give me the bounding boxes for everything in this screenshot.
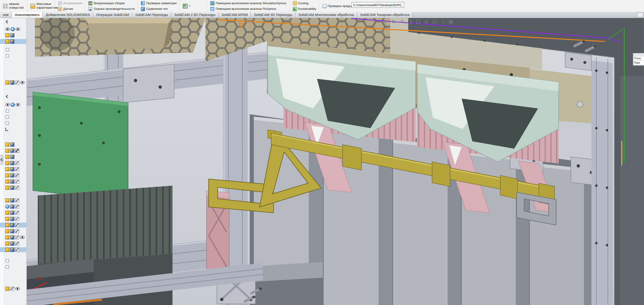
tab-solidcam-transitions[interactable]: SolidCAM Переходы: [132, 12, 171, 18]
tree-row[interactable]: [0, 108, 26, 113]
tab-partial[interactable]: ние: [0, 12, 12, 18]
eye-icon: [6, 103, 10, 106]
ribbon-group: ▾: [180, 0, 208, 12]
tree-row[interactable]: [0, 286, 26, 291]
tree-gap: [0, 254, 26, 258]
tree-row[interactable]: [0, 148, 26, 153]
edit-appearance-icon[interactable]: ◑: [440, 19, 446, 24]
tree-row[interactable]: [0, 80, 26, 85]
performance-evaluation-icon: [88, 7, 93, 11]
feature-tree-panel[interactable]: [0, 18, 27, 305]
previous-view-icon[interactable]: ↺: [399, 19, 405, 24]
pencil-icon: [15, 217, 20, 221]
tree-row[interactable]: [0, 167, 26, 172]
part-icon: [6, 40, 10, 44]
corner-bracket-left[interactable]: [123, 64, 174, 103]
tree-gap: [0, 100, 26, 102]
measure-panel-header: [633, 54, 644, 56]
tree-row[interactable]: [0, 264, 26, 269]
tree-row[interactable]: [0, 185, 26, 190]
tab-solidcam-operation[interactable]: Операция SolidCAM: [93, 12, 132, 18]
costing-button[interactable]: Costing: [292, 1, 316, 6]
tree-row[interactable]: [0, 114, 26, 120]
tree-row[interactable]: [0, 27, 26, 32]
tree-row[interactable]: [0, 33, 26, 38]
tree-row[interactable]: [0, 229, 26, 234]
tree-row[interactable]: [0, 241, 26, 246]
tree-row[interactable]: [0, 142, 26, 147]
tree-row[interactable]: [0, 198, 26, 203]
tab-solidcam-multiaxis[interactable]: SolidCAM Многоосевая обработка: [296, 12, 357, 18]
part-icon: [6, 161, 10, 165]
mass-properties-button[interactable]: Массовые характеристики: [30, 2, 52, 10]
ribbon-group: ИсправлениеДатчик: [55, 0, 86, 12]
zoom-area-icon[interactable]: ⊞: [390, 19, 396, 24]
eye-icon: [16, 103, 20, 106]
tree-row[interactable]: [0, 47, 26, 52]
sketch-icon: [6, 54, 9, 58]
tab-solidcam-3d-transitions[interactable]: SolidCAM 3D Переходы: [251, 12, 296, 18]
tree-row[interactable]: [0, 210, 26, 215]
tree-row[interactable]: [0, 179, 26, 184]
zoom-fit-icon[interactable]: ⊕: [382, 19, 388, 24]
deviation-analysis-button[interactable]: ▾: [183, 4, 204, 8]
tree-row[interactable]: [0, 258, 26, 263]
sensor-button[interactable]: Датчик: [58, 6, 82, 11]
tree-row[interactable]: [0, 127, 26, 132]
ribbon-group: ивание отверстий: [0, 0, 28, 12]
panel-toggle-button[interactable]: [637, 12, 644, 17]
view-orientation-icon[interactable]: ▣: [415, 19, 421, 24]
tab-solidcam-25d-transitions[interactable]: SolidCAM 2.5D Переходы: [171, 12, 219, 18]
tab-solidcam-turning[interactable]: SolidCAM Токарная обработка: [357, 12, 413, 18]
sensor-icon: [58, 7, 62, 11]
tab-solidcam-afrm[interactable]: SolidCAM AFRM: [219, 12, 251, 18]
apply-scene-icon[interactable]: ▤: [448, 19, 454, 24]
tree-row[interactable]: [0, 223, 26, 228]
eye-icon: [16, 28, 20, 31]
tree-row[interactable]: [0, 94, 26, 98]
asm-icon: [10, 186, 14, 190]
hole-alignment-button[interactable]: ивание отверстий: [3, 2, 24, 10]
tree-row[interactable]: [0, 173, 26, 178]
tab-solidworks-addins[interactable]: Добавления SOLIDWORKS: [43, 12, 93, 18]
check-previous-release-icon: [322, 4, 326, 8]
tree-row[interactable]: [0, 216, 26, 222]
sketch-icon: [6, 259, 9, 262]
sustainability-button[interactable]: Sustainability: [292, 6, 316, 11]
model-path-input[interactable]: [352, 2, 404, 8]
ribbon-item-label: Проверка симметрии: [146, 1, 177, 5]
tree-row[interactable]: [0, 235, 26, 240]
tab-analyze[interactable]: Анализировать: [12, 12, 43, 18]
tree-row[interactable]: [0, 19, 26, 24]
performance-evaluation-button[interactable]: Оценка производительности: [88, 6, 135, 11]
tree-row[interactable]: [0, 121, 26, 126]
tree-row[interactable]: [0, 154, 26, 159]
display-style-icon[interactable]: ◈: [424, 19, 429, 24]
tree-row[interactable]: [0, 54, 26, 58]
pcb-board[interactable]: [33, 92, 128, 201]
asm-icon: [10, 174, 14, 178]
tree-row[interactable]: [0, 39, 26, 44]
measure-results-panel[interactable]: ПлощПери: [633, 53, 644, 66]
section-view-icon[interactable]: ◧: [407, 19, 413, 24]
compare-bodies-button[interactable]: Сравнение тел: [141, 6, 177, 11]
ribbon-item-label: Оценка производительности: [94, 7, 135, 11]
tree-row[interactable]: [0, 160, 26, 166]
repair-button[interactable]: Исправление: [58, 1, 82, 6]
floxpress-wizard-button[interactable]: Помощник выполнения анализа FloXpress: [210, 6, 286, 11]
hide-show-items-icon[interactable]: ◉: [432, 19, 438, 24]
viewport-3d[interactable]: ⊕⊞↺◧▣◈◉◑▤: [27, 18, 644, 305]
ribbon-item-label: Sustainability: [298, 7, 316, 11]
fan-housing-box[interactable]: [84, 18, 172, 50]
tree-row[interactable]: [0, 247, 26, 252]
assembly-visualization-button[interactable]: Визуализация сборки: [88, 1, 135, 6]
tree-row[interactable]: [0, 204, 26, 209]
tree-gap: [0, 60, 26, 80]
tree-row[interactable]: [0, 102, 26, 107]
ribbon-item-label: Сравнение тел: [146, 7, 168, 11]
frame-column-right[interactable]: [592, 56, 613, 305]
symmetry-check-button[interactable]: Проверка симметрии: [141, 1, 177, 6]
tree-splitter-handle[interactable]: [0, 155, 3, 165]
simulationxpress-wizard-button[interactable]: Помощник выполнения анализа SimulationXp…: [210, 1, 286, 6]
ribbon-group: Визуализация сборкиОценка производительн…: [86, 0, 138, 12]
